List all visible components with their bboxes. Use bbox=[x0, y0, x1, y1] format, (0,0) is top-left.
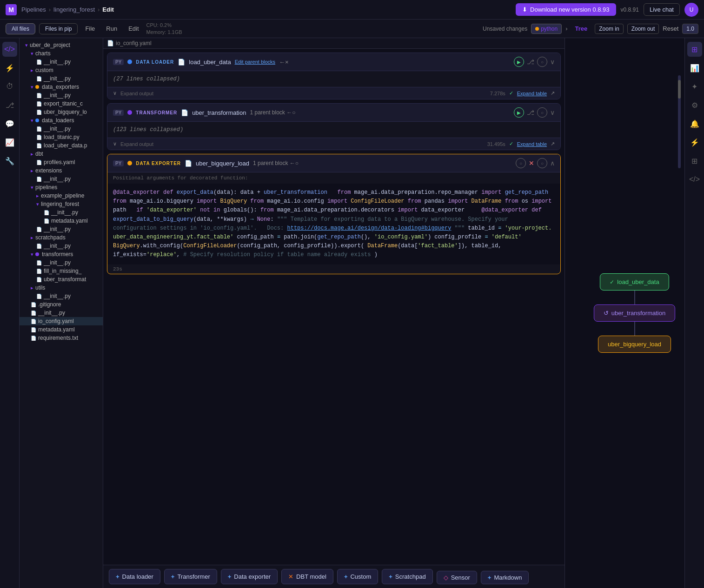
tree-folder-transformers[interactable]: ▾ transformers bbox=[20, 250, 103, 258]
tree-file-init4[interactable]: 📄 __init__.py bbox=[20, 125, 103, 133]
tree-folder-charts[interactable]: ▾ charts bbox=[20, 49, 103, 58]
tree-folder-scratchpads[interactable]: ▸ scratchpads bbox=[20, 233, 103, 242]
tree-folder-extensions[interactable]: ▸ extensions bbox=[20, 166, 103, 175]
tree-folder-custom[interactable]: ▸ custom bbox=[20, 66, 103, 74]
edit-menu[interactable]: Edit bbox=[125, 23, 142, 34]
all-files-tab[interactable]: All files bbox=[6, 23, 35, 34]
add-custom-btn[interactable]: + Custom bbox=[337, 569, 378, 584]
tree-file-uber-trans[interactable]: 📄 uber_transformat bbox=[20, 275, 103, 284]
block1-stop-btn[interactable]: ○ bbox=[537, 57, 547, 67]
icon-branch[interactable]: ⎇ bbox=[2, 98, 17, 112]
tree-file-metadata2[interactable]: 📄 metadata.yaml bbox=[20, 325, 103, 334]
add-data-loader-btn[interactable]: + Data loader bbox=[109, 569, 160, 584]
tree-file-io-config[interactable]: 📄 io_config.yaml bbox=[20, 317, 103, 325]
icon-lightning[interactable]: ⚡ bbox=[2, 60, 17, 75]
tree-node-load-uber[interactable]: ✓ load_uber_data bbox=[600, 273, 669, 291]
breadcrumb-pipelines[interactable]: Pipelines bbox=[21, 6, 46, 13]
block2-play-btn[interactable]: ▶ bbox=[514, 107, 524, 118]
right-icon-expand[interactable]: ⊞ bbox=[687, 42, 702, 57]
right-icon-settings[interactable]: ⚙ bbox=[687, 98, 702, 112]
block1-edit-parent[interactable]: Edit parent blocks bbox=[235, 59, 275, 65]
block3-stop-btn[interactable]: ○ bbox=[516, 158, 526, 168]
icon-history[interactable]: ⏱ bbox=[2, 79, 17, 94]
block2-chevron-btn[interactable]: ∨ bbox=[550, 109, 555, 116]
tree-folder-data-loaders[interactable]: ▾ data_loaders bbox=[20, 116, 103, 125]
add-markdown-btn[interactable]: + Markdown bbox=[481, 571, 529, 584]
block1-branch-btn[interactable]: ⎇ bbox=[527, 58, 534, 66]
tree-file-metadata1[interactable]: 📄 metadata.yaml bbox=[20, 217, 103, 225]
tree-node-exporter[interactable]: uber_bigquery_load bbox=[598, 336, 671, 353]
tree-node-transformer[interactable]: ↺ uber_transformation bbox=[594, 304, 675, 322]
block1-name[interactable]: load_uber_data bbox=[189, 59, 231, 66]
code-editor[interactable]: @data_exporter def export_data(data): da… bbox=[107, 184, 560, 264]
tree-folder-lingering[interactable]: ▾ lingering_forest bbox=[20, 200, 103, 208]
tree-file-load-uber[interactable]: 📄 load_uber_data.p bbox=[20, 141, 103, 150]
reset-button[interactable]: Reset bbox=[663, 25, 678, 32]
tree-file-gitignore[interactable]: 📄 .gitignore bbox=[20, 300, 103, 309]
tree-file-init5[interactable]: 📄 __init__.py bbox=[20, 175, 103, 183]
add-data-exporter-btn[interactable]: + Data exporter bbox=[221, 569, 278, 584]
icon-graph[interactable]: 📈 bbox=[2, 135, 17, 150]
icon-chat[interactable]: 💬 bbox=[2, 116, 17, 131]
block2-branch-btn[interactable]: ⎇ bbox=[527, 109, 534, 116]
right-icon-star[interactable]: ✦ bbox=[687, 79, 702, 94]
tree-button[interactable]: Tree bbox=[571, 23, 591, 34]
tree-folder-uber[interactable]: ▾ uber_de_project bbox=[20, 41, 103, 49]
tree-file-uber-bigquery[interactable]: 📄 uber_bigquery_lo bbox=[20, 108, 103, 116]
breadcrumb-forest[interactable]: lingering_forest bbox=[53, 6, 95, 13]
zoom-in-button[interactable]: Zoom in bbox=[595, 24, 623, 34]
block1-expand-table[interactable]: Expand table bbox=[517, 91, 547, 96]
block2-stop-btn[interactable]: ○ bbox=[537, 107, 547, 118]
tree-folder-pipelines[interactable]: ▾ pipelines bbox=[20, 183, 103, 192]
tree-folder-example[interactable]: ▸ example_pipeline bbox=[20, 192, 103, 200]
zoom-out-button[interactable]: Zoom out bbox=[627, 24, 659, 34]
tree-file-init7[interactable]: 📄 __init__.py bbox=[20, 225, 103, 233]
tree-file-init9[interactable]: 📄 __init__.py bbox=[20, 258, 103, 267]
right-icon-code[interactable]: </> bbox=[687, 172, 702, 187]
block1-chevron-btn[interactable]: ∨ bbox=[550, 58, 555, 66]
breadcrumb-sep1: › bbox=[49, 6, 51, 13]
tree-file-profiles[interactable]: 📄 profiles.yaml bbox=[20, 158, 103, 166]
right-icon-alert[interactable]: 🔔 bbox=[687, 116, 702, 131]
tree-folder-dbt[interactable]: ▸ dbt bbox=[20, 150, 103, 158]
tree-folder-data-exporters[interactable]: ▾ data_exporters bbox=[20, 83, 103, 91]
icon-wrench[interactable]: 🔧 bbox=[2, 153, 17, 168]
block3-chevron-btn[interactable]: ∧ bbox=[550, 159, 555, 167]
right-icon-lightning[interactable]: ⚡ bbox=[687, 135, 702, 150]
block2-expand-table[interactable]: Expand table bbox=[517, 141, 547, 147]
tree-file-init10[interactable]: 📄 __init__.py bbox=[20, 292, 103, 300]
files-in-pip-tab[interactable]: Files in pip bbox=[39, 23, 78, 34]
tree-file-init3[interactable]: 📄 __init__.py bbox=[20, 91, 103, 99]
block3-circle-btn[interactable]: ○ bbox=[537, 158, 547, 168]
add-dbt-btn[interactable]: ✕ DBT model bbox=[281, 569, 333, 584]
tree-file-init8[interactable]: 📄 __init__.py bbox=[20, 242, 103, 250]
tree-file-init6[interactable]: 📄 __init__.py bbox=[20, 208, 103, 217]
file-tab-name[interactable]: io_config.yaml bbox=[116, 40, 152, 46]
tree-file-export-titanic[interactable]: 📄 export_titanic_c bbox=[20, 99, 103, 108]
tree-file-load-titanic[interactable]: 📄 load_titanic.py bbox=[20, 133, 103, 141]
add-sensor-btn[interactable]: ◇ Sensor bbox=[437, 571, 477, 584]
run-menu[interactable]: Run bbox=[102, 23, 121, 34]
tree-file-init11[interactable]: 📄 __init__.py bbox=[20, 309, 103, 317]
tree-folder-utils[interactable]: ▸ utils bbox=[20, 284, 103, 292]
tree-file-requirements[interactable]: 📄 requirements.txt bbox=[20, 334, 103, 342]
file-menu[interactable]: File bbox=[81, 23, 99, 34]
tree-file-init1[interactable]: 📄 __init__.py bbox=[20, 58, 103, 66]
add-scratchpad-btn[interactable]: + Scratchpad bbox=[382, 569, 432, 584]
block3-x-btn[interactable]: ✕ bbox=[529, 159, 534, 167]
block1-play-btn[interactable]: ▶ bbox=[514, 57, 524, 67]
block2-footer[interactable]: ∨ Expand output 31.495s ✓ Expand table ↗ bbox=[107, 138, 560, 150]
add-transformer-btn[interactable]: + Transformer bbox=[164, 569, 217, 584]
tree-file-init2[interactable]: 📄 __init__.py bbox=[20, 74, 103, 83]
block2-name[interactable]: uber_transformation bbox=[192, 109, 246, 116]
user-avatar[interactable]: U bbox=[684, 3, 698, 17]
download-button[interactable]: ⬇ Download new version 0.8.93 bbox=[516, 3, 616, 16]
livechat-button[interactable]: Live chat bbox=[644, 3, 680, 16]
block3-name[interactable]: uber_bigquery_load bbox=[196, 160, 249, 167]
icon-code[interactable]: </> bbox=[2, 42, 17, 57]
tree-file-fill[interactable]: 📄 fill_in_missing_ bbox=[20, 267, 103, 275]
scrollbar-vertical[interactable] bbox=[678, 75, 681, 168]
block1-footer[interactable]: ∨ Expand output 7.278s ✓ Expand table ↗ bbox=[107, 87, 560, 99]
right-icon-chart[interactable]: 📊 bbox=[687, 60, 702, 75]
right-icon-grid[interactable]: ⊞ bbox=[687, 153, 702, 168]
